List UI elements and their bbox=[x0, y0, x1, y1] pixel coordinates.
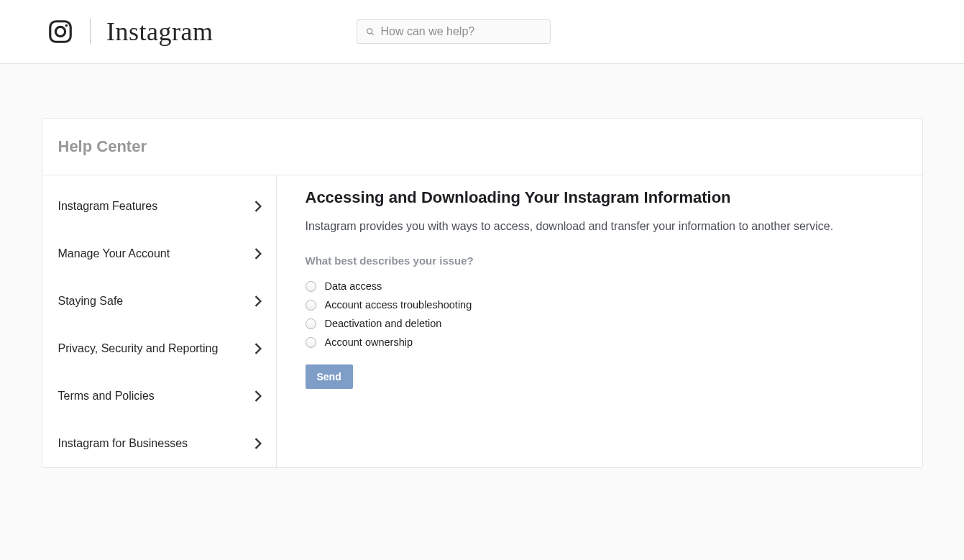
card-body: Instagram Features Manage Your Account S… bbox=[42, 175, 922, 467]
page: Help Center Instagram Features Manage Yo… bbox=[0, 64, 964, 468]
search-icon bbox=[366, 27, 375, 36]
chevron-right-icon bbox=[254, 248, 262, 260]
svg-rect-0 bbox=[50, 22, 71, 42]
chevron-right-icon bbox=[254, 343, 262, 354]
option-account-access-troubleshooting[interactable]: Account access troubleshooting bbox=[306, 295, 901, 314]
sidebar-item-label: Terms and Policies bbox=[58, 390, 155, 403]
article-intro: Instagram provides you with ways to acce… bbox=[306, 220, 901, 233]
instagram-wordmark: Instagram bbox=[106, 17, 213, 47]
sidebar-item-staying-safe[interactable]: Staying Safe bbox=[42, 277, 276, 325]
search-input[interactable] bbox=[380, 25, 541, 38]
main-content: Accessing and Downloading Your Instagram… bbox=[277, 175, 922, 467]
logo-divider bbox=[90, 19, 91, 45]
option-data-access[interactable]: Data access bbox=[306, 277, 901, 295]
sidebar-item-businesses[interactable]: Instagram for Businesses bbox=[42, 420, 276, 467]
option-account-ownership[interactable]: Account ownership bbox=[306, 333, 901, 352]
sidebar-item-privacy-security[interactable]: Privacy, Security and Reporting bbox=[42, 325, 276, 372]
sidebar-item-label: Instagram for Businesses bbox=[58, 437, 188, 450]
sidebar-item-label: Manage Your Account bbox=[58, 247, 170, 260]
radio-icon bbox=[306, 300, 316, 311]
svg-point-2 bbox=[65, 24, 68, 27]
radio-icon bbox=[306, 318, 316, 329]
sidebar-item-label: Instagram Features bbox=[58, 200, 158, 213]
send-button[interactable]: Send bbox=[306, 364, 353, 389]
chevron-right-icon bbox=[254, 295, 262, 307]
search-container bbox=[357, 19, 551, 44]
card-header: Help Center bbox=[42, 119, 922, 175]
svg-line-4 bbox=[372, 33, 374, 35]
search-box[interactable] bbox=[357, 19, 551, 44]
radio-icon bbox=[306, 281, 316, 292]
chevron-right-icon bbox=[254, 438, 262, 449]
sidebar-item-label: Privacy, Security and Reporting bbox=[58, 342, 219, 355]
option-label: Deactivation and deletion bbox=[325, 318, 442, 329]
instagram-camera-icon bbox=[47, 18, 74, 45]
chevron-right-icon bbox=[254, 390, 262, 402]
sidebar: Instagram Features Manage Your Account S… bbox=[42, 175, 277, 467]
option-label: Account ownership bbox=[325, 336, 413, 348]
svg-point-1 bbox=[55, 27, 65, 36]
option-deactivation-deletion[interactable]: Deactivation and deletion bbox=[306, 314, 901, 333]
topbar: Instagram bbox=[0, 0, 964, 64]
sidebar-item-label: Staying Safe bbox=[58, 295, 124, 308]
option-label: Data access bbox=[325, 280, 382, 292]
radio-icon bbox=[306, 337, 316, 348]
form-question: What best describes your issue? bbox=[306, 254, 901, 267]
issue-options: Data access Account access troubleshooti… bbox=[306, 277, 901, 352]
svg-point-3 bbox=[367, 29, 372, 34]
option-label: Account access troubleshooting bbox=[325, 299, 472, 311]
chevron-right-icon bbox=[254, 201, 262, 212]
help-card: Help Center Instagram Features Manage Yo… bbox=[42, 118, 923, 468]
sidebar-item-features[interactable]: Instagram Features bbox=[42, 183, 276, 230]
article-heading: Accessing and Downloading Your Instagram… bbox=[306, 188, 901, 207]
brand-area[interactable]: Instagram bbox=[47, 17, 213, 47]
sidebar-item-manage-account[interactable]: Manage Your Account bbox=[42, 230, 276, 277]
page-title[interactable]: Help Center bbox=[58, 137, 906, 156]
sidebar-item-terms-policies[interactable]: Terms and Policies bbox=[42, 372, 276, 420]
